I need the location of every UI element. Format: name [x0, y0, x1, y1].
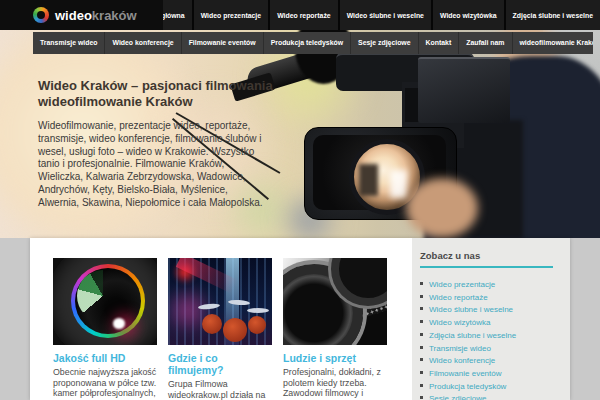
drum: [202, 314, 222, 334]
cymbal: [247, 308, 269, 313]
sidebar: Zobacz u nas Wideo prezentacjeWideo repo…: [412, 238, 570, 400]
top-nav: Strona głównaWideo prezentacjeWideo repo…: [163, 0, 600, 30]
sidebar-link-item: Wideo prezentacje: [420, 277, 570, 290]
hero-heading: Wideo Kraków – pasjonaci filmowania wide…: [38, 78, 283, 110]
column-heading: Ludzie i sprzęt: [283, 352, 387, 364]
logo-text-krakow: kraków: [92, 8, 137, 23]
sidebar-link[interactable]: Sesje zdjęciowe: [429, 394, 486, 400]
top-nav-item[interactable]: Wideo reportaże: [268, 0, 338, 30]
top-nav-item[interactable]: Wideo wizytówka: [431, 0, 504, 30]
sidebar-link[interactable]: Zdjęcia ślubne i weselne: [429, 331, 516, 340]
secondary-nav-item[interactable]: Wideo konferencje: [105, 32, 181, 54]
column-heading: Jakość full HD: [53, 352, 157, 364]
content-area: Jakość full HD Obecnie najwyższa jakość …: [30, 238, 570, 400]
top-nav-item[interactable]: Wideo prezentacje: [192, 0, 268, 30]
logo[interactable]: wideokraków: [33, 0, 137, 30]
sidebar-link-item: Sesje zdjęciowe: [420, 391, 570, 400]
camera-flip-screen: [418, 57, 510, 123]
sidebar-link-item: Wideo reportaże: [420, 290, 570, 303]
column-text: Obecnie najwyższa jakość proponowana w p…: [53, 367, 157, 400]
concert-stage-photo[interactable]: [168, 258, 272, 345]
sidebar-title: Zobacz u nas: [420, 250, 570, 261]
top-nav-item[interactable]: Zdjęcia ślubne i weselne: [504, 0, 600, 30]
drum: [248, 316, 266, 334]
secondary-nav-item[interactable]: wideofilmowanie Kraków i Małopolska: [513, 32, 594, 54]
sidebar-link-list: Wideo prezentacjeWideo reportażeWideo śl…: [420, 277, 570, 400]
top-nav-item[interactable]: Strona główna: [163, 0, 192, 30]
sidebar-link-item: Wideo ślubne i weselne: [420, 302, 570, 315]
lens-highlight: [113, 318, 125, 329]
sidebar-link-item: Zdjęcia ślubne i weselne: [420, 328, 570, 341]
feature-column-people: Ludzie i sprzęt Profesjonalni, dokładni,…: [283, 258, 387, 400]
sidebar-teal-rule: [420, 266, 553, 268]
feature-column-locations: Gdzie i co filmujemy? Grupa Filmowa wide…: [168, 258, 272, 400]
top-nav-item[interactable]: Wideo ślubne i weselne: [338, 0, 431, 30]
sidebar-link-item: Produkcja teledysków: [420, 379, 570, 392]
secondary-nav-item[interactable]: Produkcja teledysków: [264, 32, 351, 54]
secondary-nav-item[interactable]: Zaufali nam: [459, 32, 512, 54]
topbar: wideokraków Strona głównaWideo prezentac…: [0, 0, 600, 30]
sidebar-link[interactable]: Wideo reportaże: [429, 293, 488, 302]
secondary-nav-item[interactable]: Transmisje wideo: [33, 32, 105, 54]
logo-shutter-icon: [33, 7, 49, 23]
cameraman-hand: [406, 178, 478, 238]
sidebar-link-item: Filmowanie eventów: [420, 366, 570, 379]
sidebar-link[interactable]: Wideo ślubne i weselne: [429, 305, 513, 314]
lens-pink-glow: [105, 306, 145, 345]
secondary-nav-item[interactable]: Sesje zdjęciowe: [351, 32, 418, 54]
main-column: Jakość full HD Obecnie najwyższa jakość …: [30, 238, 412, 400]
column-heading: Gdzie i co filmujemy?: [168, 352, 272, 376]
secondary-nav-item[interactable]: Filmowanie eventów: [182, 32, 264, 54]
sidebar-link-item: Transmisje wideo: [420, 341, 570, 354]
feature-column-quality: Jakość full HD Obecnie najwyższa jakość …: [53, 258, 157, 400]
hero-image: Transmisje wideoWideo konferencjeFilmowa…: [0, 30, 600, 238]
sidebar-link[interactable]: Wideo prezentacje: [429, 280, 495, 289]
logo-text: wideokraków: [55, 8, 137, 23]
secondary-nav-item[interactable]: Kontakt: [419, 32, 460, 54]
camera-lens-photo[interactable]: [53, 258, 157, 345]
camera-equipment-photo[interactable]: [283, 258, 387, 345]
sidebar-link[interactable]: Wideo konferencje: [429, 356, 495, 365]
column-text: Profesjonalni, dokładni, z polotem kiedy…: [283, 367, 387, 400]
lens-reflection-bride: [390, 170, 407, 198]
column-text: Grupa Filmowa wideokrakow.pl działa na t…: [168, 379, 272, 400]
sidebar-link[interactable]: Wideo wizytówka: [429, 318, 490, 327]
secondary-nav: Transmisje wideoWideo konferencjeFilmowa…: [33, 32, 593, 54]
drum: [223, 318, 247, 342]
sidebar-link-item: Wideo konferencje: [420, 353, 570, 366]
logo-text-wideo: wideo: [55, 8, 92, 23]
sidebar-link[interactable]: Produkcja teledysków: [429, 382, 506, 391]
sidebar-link-item: Wideo wizytówka: [420, 315, 570, 328]
hero-text-block: Wideo Kraków – pasjonaci filmowania wide…: [38, 78, 283, 210]
sidebar-link[interactable]: Filmowanie eventów: [429, 369, 501, 378]
hero-paragraph: Wideofilmowanie, prezentacje wideo, repo…: [38, 120, 270, 210]
sidebar-link[interactable]: Transmisje wideo: [429, 344, 491, 353]
lens-reflection-groom: [359, 164, 378, 196]
